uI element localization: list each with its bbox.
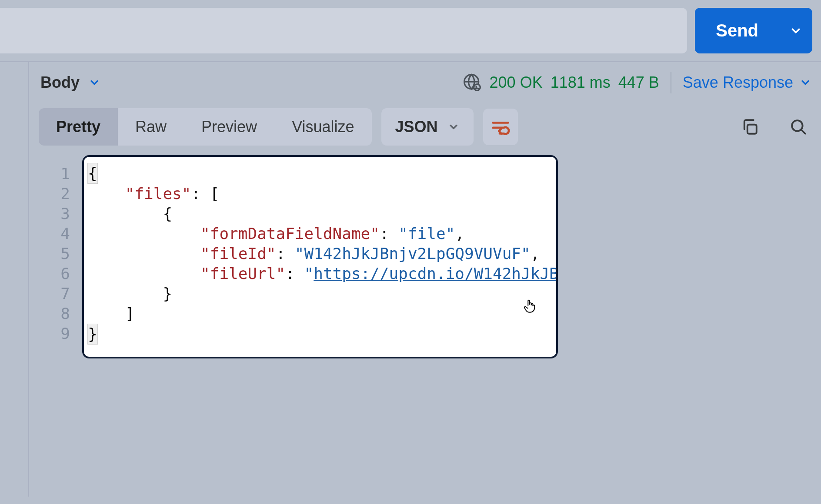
svg-point-1 xyxy=(474,84,480,91)
code-viewer[interactable]: { "files": [ { "formDataFieldName": "fil… xyxy=(82,155,558,358)
code-area: 1 2 3 4 5 6 7 8 9 { "files": [ { "formDa… xyxy=(39,155,811,358)
line-number: 2 xyxy=(39,184,70,204)
code-token: , xyxy=(531,245,540,262)
line-number: 5 xyxy=(39,244,70,264)
line-number-gutter: 1 2 3 4 5 6 7 8 9 xyxy=(39,155,82,358)
url-input[interactable] xyxy=(0,8,687,53)
code-token: : xyxy=(276,245,294,262)
line-number: 9 xyxy=(39,324,70,344)
line-number: 8 xyxy=(39,304,70,324)
chevron-down-icon xyxy=(88,76,100,89)
tab-visualize[interactable]: Visualize xyxy=(274,108,371,146)
response-time[interactable]: 1181 ms xyxy=(551,73,611,92)
copy-icon xyxy=(741,118,759,136)
copy-button[interactable] xyxy=(737,114,763,140)
network-icon[interactable] xyxy=(463,73,482,92)
line-number: 3 xyxy=(39,204,70,224)
code-token: "fileUrl" xyxy=(200,265,285,282)
code-token: [ xyxy=(210,185,220,202)
separator xyxy=(671,72,671,93)
code-token: " xyxy=(304,265,314,282)
left-gutter xyxy=(0,62,29,497)
line-number: 7 xyxy=(39,284,70,304)
code-token: "formDataFieldName" xyxy=(200,225,380,242)
content-type-label: JSON xyxy=(395,118,438,136)
send-button[interactable]: Send xyxy=(695,8,779,53)
search-icon xyxy=(789,118,808,136)
tab-preview[interactable]: Preview xyxy=(184,108,274,146)
code-token: } xyxy=(163,285,172,302)
send-button-group: Send xyxy=(695,8,812,53)
format-controls-row: Pretty Raw Preview Visualize JSON xyxy=(39,108,811,146)
code-token: "fileId" xyxy=(200,245,276,262)
body-tab-dropdown[interactable]: Body xyxy=(39,73,100,92)
request-bar: Send xyxy=(0,0,821,61)
code-token: "W142hJkJBnjv2LpGQ9VUVuF" xyxy=(295,245,531,262)
code-token: "files" xyxy=(125,185,191,202)
chevron-down-icon xyxy=(789,24,802,37)
code-token: } xyxy=(87,324,98,345)
response-meta-row: Body 200 OK 1181 ms 447 B Save Response xyxy=(39,62,811,103)
code-token: { xyxy=(87,163,98,184)
body-tab-label: Body xyxy=(40,73,80,92)
chevron-down-icon xyxy=(799,76,811,89)
code-token: : xyxy=(191,185,210,202)
tab-raw[interactable]: Raw xyxy=(118,108,184,146)
code-token: { xyxy=(163,205,172,222)
search-button[interactable] xyxy=(785,114,811,140)
content-type-select[interactable]: JSON xyxy=(381,108,474,146)
line-number: 4 xyxy=(39,224,70,244)
svg-rect-3 xyxy=(748,125,757,134)
format-tabs: Pretty Raw Preview Visualize xyxy=(39,108,372,146)
response-area: Body 200 OK 1181 ms 447 B Save Response xyxy=(0,62,821,497)
wrap-icon xyxy=(491,117,511,137)
response-main: Body 200 OK 1181 ms 447 B Save Response xyxy=(29,62,821,497)
pointer-cursor-icon xyxy=(523,298,536,314)
save-response-dropdown[interactable]: Save Response xyxy=(683,73,811,92)
response-size[interactable]: 447 B xyxy=(618,73,659,92)
wrap-lines-button[interactable] xyxy=(483,109,518,145)
line-number: 1 xyxy=(39,164,70,184)
code-url-link[interactable]: https://upcdn.io/W142hJkJBnjv2... xyxy=(314,265,558,282)
send-dropdown[interactable] xyxy=(779,8,812,53)
svg-line-5 xyxy=(801,130,805,134)
line-number: 6 xyxy=(39,264,70,284)
code-token: , xyxy=(455,225,464,242)
code-token: : xyxy=(380,225,398,242)
tab-pretty[interactable]: Pretty xyxy=(39,108,118,146)
save-response-label: Save Response xyxy=(683,73,793,92)
code-token: ] xyxy=(125,305,135,322)
code-token: "file" xyxy=(398,225,455,242)
chevron-down-icon xyxy=(447,121,460,133)
status-code[interactable]: 200 OK xyxy=(490,73,543,92)
code-token: : xyxy=(285,265,304,282)
